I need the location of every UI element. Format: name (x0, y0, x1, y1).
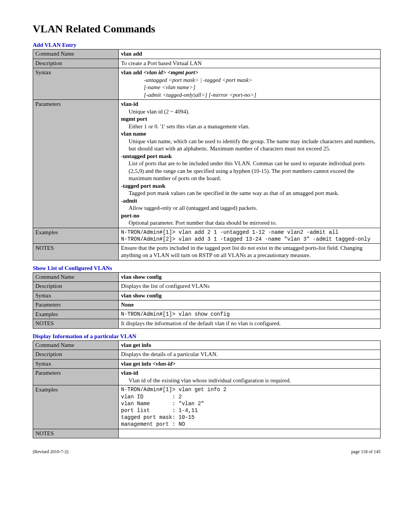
row-label-syntax: Syntax (33, 291, 119, 300)
cell-description: Displays the details of a particular VLA… (119, 350, 381, 359)
table-vlan-info: Command Name vlan get info Description D… (33, 340, 381, 438)
row-label-notes: NOTES (33, 319, 119, 329)
table-show-vlans: Command Name vlan show config Descriptio… (33, 272, 381, 329)
cell-examples: N-TRON/Admin#[1]> vlan add 2 1 -untagged… (119, 228, 381, 243)
cell-parameters: None (119, 300, 381, 310)
section-title-add-vlan: Add VLAN Entry (33, 42, 381, 48)
cell-command-name: vlan show config (119, 272, 381, 282)
row-label-description: Description (33, 282, 119, 291)
row-label-syntax: Syntax (33, 359, 119, 369)
cell-command-name: vlan get info (119, 340, 381, 350)
cell-notes (119, 429, 381, 438)
table-add-vlan: Command Name vlan add Description To cre… (33, 49, 381, 260)
cell-syntax: vlan show config (119, 291, 381, 300)
row-label-command-name: Command Name (33, 340, 119, 350)
row-label-description: Description (33, 59, 119, 68)
row-label-notes: NOTES (33, 243, 119, 260)
cell-notes: Ensure that the ports included in the ta… (119, 243, 381, 260)
row-label-command-name: Command Name (33, 272, 119, 282)
cell-description: To create a Port based Virtual LAN (119, 59, 381, 68)
cell-parameters: vlan-idUnique vlan id (2 ~ 4094). mgmt p… (119, 100, 381, 228)
cell-parameters: vlan-idVlan id of the existing vlan whos… (119, 369, 381, 385)
row-label-command-name: Command Name (33, 50, 119, 59)
cell-notes: It displays the information of the defau… (119, 319, 381, 329)
row-label-notes: NOTES (33, 429, 119, 438)
cell-description: Displays the list of configured VLANs (119, 282, 381, 291)
footer-page-number: page 118 of 145 (351, 449, 381, 455)
row-label-description: Description (33, 350, 119, 359)
cell-command-name: vlan add (119, 50, 381, 59)
row-label-examples: Examples (33, 385, 119, 429)
row-label-examples: Examples (33, 228, 119, 243)
cell-examples: N-TRON/Admin#[1]> vlan get info 2 vlan I… (119, 385, 381, 429)
cell-examples: N-TRON/Admin#[1]> vlan show config (119, 310, 381, 319)
page-footer: (Revised 2010-7-2) page 118 of 145 (33, 449, 381, 455)
section-title-show-vlans: Show List of Configured VLANs (33, 265, 381, 272)
row-label-syntax: Syntax (33, 68, 119, 100)
page-title: VLAN Related Commands (33, 23, 381, 35)
cell-syntax: vlan add <vlan id> <mgmt port> -untagged… (119, 68, 381, 100)
row-label-parameters: Parameters (33, 369, 119, 385)
section-title-vlan-info: Display Information of a particular VLAN (33, 333, 381, 340)
cell-syntax: vlan get info <vlan-id> (119, 359, 381, 369)
footer-revised: (Revised 2010-7-2) (33, 449, 68, 455)
row-label-parameters: Parameters (33, 300, 119, 310)
row-label-examples: Examples (33, 310, 119, 319)
row-label-parameters: Parameters (33, 100, 119, 228)
